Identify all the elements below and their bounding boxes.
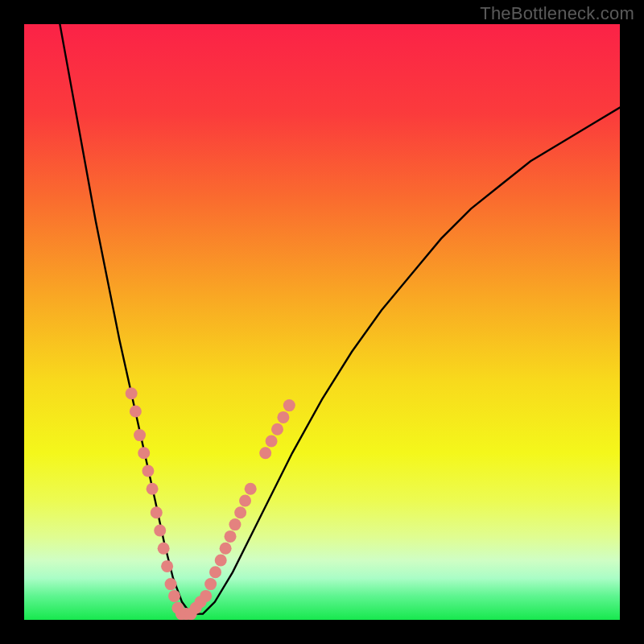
- bottleneck-curve: [24, 24, 620, 620]
- chart-frame: TheBottleneck.com: [0, 0, 644, 644]
- watermark-text: TheBottleneck.com: [480, 3, 634, 24]
- plot-area: [24, 24, 620, 620]
